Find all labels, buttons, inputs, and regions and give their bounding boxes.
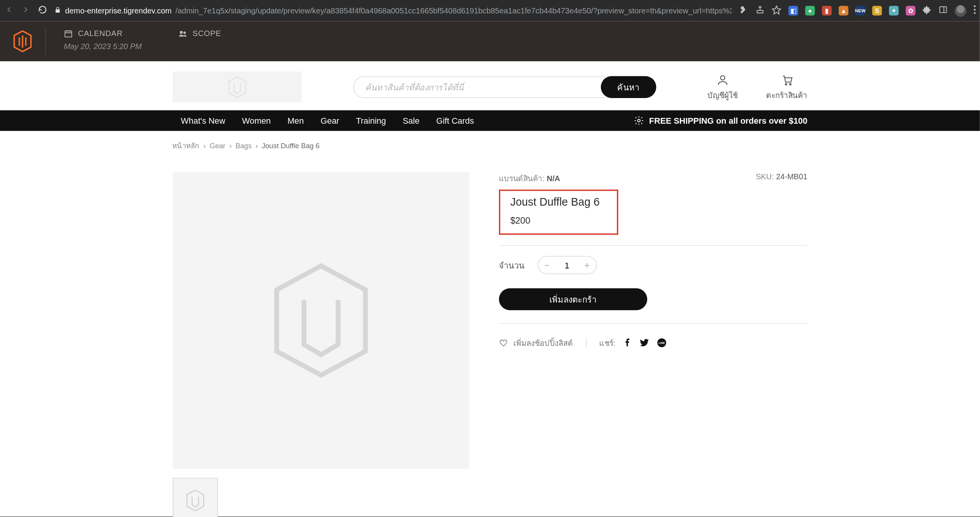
- panel-icon[interactable]: [939, 5, 948, 16]
- url-path: /admin_7e1q5x/staging/update/preview/key…: [175, 6, 732, 15]
- breadcrumb-current: Joust Duffle Bag 6: [262, 142, 320, 149]
- search-input[interactable]: [353, 76, 613, 98]
- magento-logo[interactable]: [0, 21, 45, 61]
- svg-text:LINE: LINE: [658, 341, 665, 345]
- reload-button[interactable]: [38, 5, 48, 16]
- svg-point-13: [720, 75, 725, 80]
- twitter-icon[interactable]: [639, 338, 649, 347]
- svg-point-14: [785, 83, 787, 85]
- extension-icon[interactable]: ●: [805, 6, 815, 15]
- gear-icon: [634, 115, 644, 126]
- chevron-right-icon: ›: [203, 142, 206, 149]
- chevron-right-icon: ›: [229, 142, 232, 149]
- svg-point-5: [974, 9, 976, 11]
- key-icon[interactable]: [738, 5, 748, 17]
- breadcrumb-link[interactable]: Gear: [210, 142, 225, 149]
- main-nav: What's NewWomenMenGearTrainingSaleGift C…: [0, 110, 980, 131]
- qty-decrease-button[interactable]: −: [538, 256, 556, 274]
- qty-input[interactable]: [556, 260, 578, 271]
- share-label: แชร์:: [599, 337, 616, 349]
- extension-icon[interactable]: ✦: [889, 6, 898, 15]
- svg-point-16: [637, 119, 640, 122]
- lock-icon: [54, 7, 61, 15]
- url-domain: demo-enterprise.tigrendev.com: [65, 6, 172, 15]
- extensions-icon[interactable]: [923, 5, 932, 16]
- user-icon: [716, 73, 729, 86]
- svg-rect-0: [757, 10, 763, 13]
- extension-icon[interactable]: ✿: [906, 6, 915, 15]
- breadcrumb-link[interactable]: หน้าหลัก: [172, 140, 199, 151]
- product-image[interactable]: [172, 172, 469, 469]
- extension-icon[interactable]: ▮: [822, 6, 831, 15]
- calendar-widget[interactable]: CALENDAR May 20, 2023 5:20 PM: [46, 21, 160, 61]
- nav-item[interactable]: Women: [234, 116, 279, 125]
- quantity-stepper: − +: [537, 256, 597, 274]
- product-sku: SKU: 24-MB01: [756, 172, 807, 185]
- product-thumbnail[interactable]: [172, 478, 217, 517]
- breadcrumb-link[interactable]: Bags: [235, 142, 252, 149]
- qty-increase-button[interactable]: +: [578, 256, 596, 274]
- title-price-highlight: Joust Duffle Bag 6 $200: [499, 190, 618, 235]
- product-brand: แบรนด์สินค้า: N/A: [499, 172, 560, 185]
- qty-label: จำนวน: [499, 258, 524, 272]
- address-bar[interactable]: demo-enterprise.tigrendev.com/admin_7e1q…: [54, 6, 732, 15]
- breadcrumb: หน้าหลัก›Gear›Bags›Joust Duffle Bag 6: [172, 131, 807, 157]
- nav-item[interactable]: Gift Cards: [428, 116, 482, 125]
- store-header: ค้นหา บัญชีผู้ใช้ ตะกร้าสินค้า: [0, 61, 980, 110]
- browser-chrome: demo-enterprise.tigrendev.com/admin_7e1q…: [0, 0, 980, 21]
- free-shipping-promo: FREE SHIPPING on all orders over $100: [634, 115, 807, 126]
- nav-item[interactable]: Sale: [394, 116, 428, 125]
- extension-icon[interactable]: ◧: [789, 6, 798, 15]
- profile-avatar[interactable]: [955, 5, 966, 16]
- share-icon[interactable]: [756, 5, 765, 16]
- svg-point-15: [789, 83, 791, 85]
- scope-label: SCOPE: [193, 29, 221, 38]
- search-button[interactable]: ค้นหา: [601, 76, 656, 98]
- cart-link[interactable]: ตะกร้าสินค้า: [766, 73, 807, 101]
- nav-item[interactable]: Men: [279, 116, 312, 125]
- extension-icon[interactable]: ▲: [839, 6, 848, 15]
- product-title: Joust Duffle Bag 6: [510, 196, 606, 209]
- star-icon[interactable]: [772, 5, 781, 16]
- line-icon[interactable]: LINE: [657, 338, 666, 347]
- svg-point-6: [974, 12, 976, 14]
- add-to-cart-button[interactable]: เพิ่มลงตะกร้า: [499, 288, 647, 310]
- back-button[interactable]: [4, 5, 14, 16]
- svg-point-12: [183, 31, 186, 34]
- nav-item[interactable]: What's New: [172, 116, 234, 125]
- chevron-right-icon: ›: [256, 142, 258, 149]
- promo-text: FREE SHIPPING on all orders over $100: [649, 116, 808, 125]
- cart-icon: [780, 73, 794, 86]
- forward-button[interactable]: [21, 5, 31, 16]
- facebook-icon[interactable]: [623, 339, 632, 347]
- nav-item[interactable]: Gear: [312, 116, 348, 125]
- extension-icon[interactable]: S: [872, 6, 882, 15]
- heart-icon: [499, 338, 508, 347]
- account-label: บัญชีผู้ใช้: [707, 89, 738, 101]
- svg-marker-1: [773, 6, 781, 14]
- scope-widget[interactable]: SCOPE: [160, 21, 239, 61]
- svg-point-4: [974, 5, 976, 7]
- product-price: $200: [510, 215, 606, 226]
- menu-icon[interactable]: [973, 5, 976, 16]
- account-link[interactable]: บัญชีผู้ใช้: [707, 73, 738, 101]
- svg-point-11: [180, 31, 183, 34]
- svg-rect-2: [940, 7, 947, 13]
- nav-item[interactable]: Training: [348, 116, 394, 125]
- extension-icon[interactable]: NEW: [856, 6, 865, 15]
- scope-icon: [178, 29, 187, 38]
- store-logo[interactable]: [172, 72, 301, 103]
- calendar-icon: [64, 29, 73, 38]
- cart-label: ตะกร้าสินค้า: [766, 89, 807, 101]
- calendar-value: May 20, 2023 5:20 PM: [64, 42, 142, 51]
- admin-preview-bar: CALENDAR May 20, 2023 5:20 PM SCOPE: [0, 21, 980, 61]
- add-to-wishlist-link[interactable]: เพิ่มลงช้อปปิ้งลิสต์: [499, 337, 573, 349]
- svg-rect-7: [65, 31, 72, 37]
- calendar-label: CALENDAR: [78, 29, 123, 38]
